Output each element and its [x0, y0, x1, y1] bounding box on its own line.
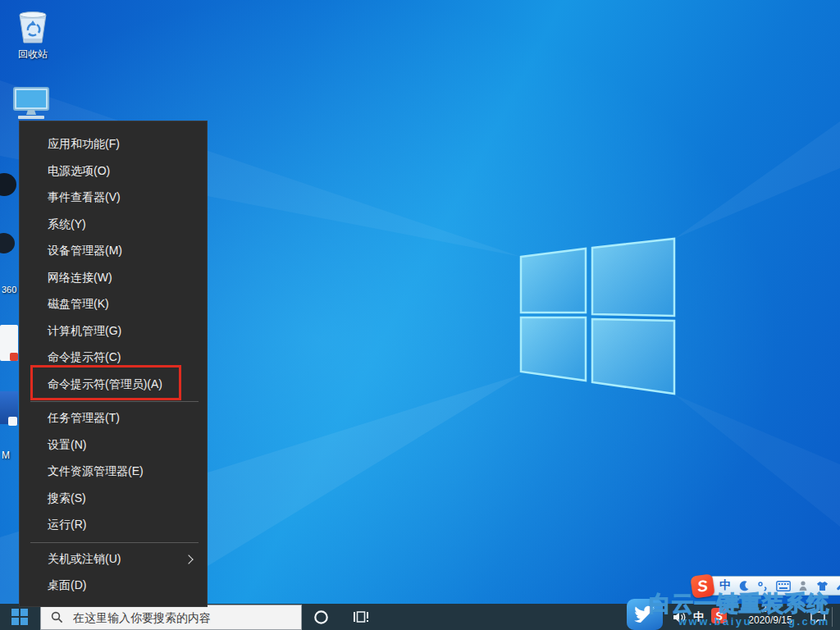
menu-item-command-prompt[interactable]: 命令提示符(C)	[20, 345, 207, 372]
partial-icon-badge	[10, 353, 18, 361]
task-view-icon	[353, 610, 369, 623]
sogou-tray-icon[interactable]: S	[711, 608, 727, 623]
partial-icon-badge	[8, 417, 17, 426]
volume-button[interactable]	[669, 604, 689, 630]
person-icon[interactable]	[798, 580, 809, 591]
recycle-bin-label: 回收站	[18, 48, 48, 62]
menu-separator	[30, 401, 199, 402]
taskbar-search-box[interactable]	[40, 605, 302, 630]
menu-item-run[interactable]: 运行(R)	[20, 512, 207, 539]
sogou-logo-icon[interactable]: S	[690, 573, 714, 598]
menu-item-label: 任务管理器(T)	[48, 411, 120, 426]
menu-item-file-explorer[interactable]: 文件资源管理器(E)	[20, 459, 207, 486]
wrench-icon[interactable]	[836, 580, 840, 591]
menu-item-settings[interactable]: 设置(N)	[20, 432, 207, 459]
menu-item-computer-management[interactable]: 计算机管理(G)	[20, 318, 207, 345]
menu-item-label: 命令提示符(C)	[48, 350, 121, 365]
menu-item-label: 计算机管理(G)	[48, 324, 121, 339]
menu-item-label: 文件资源管理器(E)	[48, 464, 144, 479]
monitor-glyph	[11, 85, 51, 121]
submenu-chevron-icon	[184, 555, 193, 564]
cortana-icon	[313, 609, 329, 625]
menu-item-power-options[interactable]: 电源选项(O)	[20, 158, 207, 185]
menu-item-search[interactable]: 搜索(S)	[20, 486, 207, 513]
punctuation-icon[interactable]	[757, 581, 769, 591]
moon-icon[interactable]	[738, 580, 750, 591]
search-input[interactable]	[71, 610, 276, 625]
menu-item-label: 运行(R)	[48, 518, 86, 532]
shirt-icon[interactable]	[816, 581, 829, 591]
menu-item-disk-management[interactable]: 磁盘管理(K)	[20, 291, 207, 318]
this-pc-icon[interactable]	[11, 85, 51, 121]
recycle-bin-glyph	[16, 8, 50, 46]
search-icon	[51, 611, 63, 623]
menu-item-label: 设置(N)	[48, 438, 86, 453]
menu-item-command-prompt-admin[interactable]: 命令提示符(管理员)(A)	[20, 372, 207, 399]
taskbar-clock-date[interactable]: 2020/9/15	[734, 614, 806, 626]
partial-icon-label-m: M	[2, 450, 10, 461]
menu-item-label: 搜索(S)	[48, 491, 86, 506]
action-center-button[interactable]	[807, 604, 829, 630]
menu-item-event-viewer[interactable]: 事件查看器(V)	[20, 185, 207, 212]
desktop: 回收站 360 M 应用和功能(F) 电源选项(O) 事件查看器(V) 系统(Y…	[0, 0, 840, 630]
menu-item-label: 磁盘管理(K)	[48, 297, 109, 312]
taskbar: 中 S 2 2020/9/15	[0, 604, 840, 630]
sogou-ime-toolbar: S 中	[692, 574, 840, 597]
start-button[interactable]	[0, 604, 39, 630]
cortana-button[interactable]	[310, 604, 331, 630]
keyboard-icon[interactable]	[776, 581, 791, 591]
ime-toolbar-bar: 中	[710, 576, 840, 596]
menu-item-task-manager[interactable]: 任务管理器(T)	[20, 405, 207, 432]
menu-separator	[30, 542, 199, 543]
recycle-bin-icon[interactable]: 回收站	[7, 8, 59, 62]
bird-icon	[633, 605, 656, 624]
menu-item-device-manager[interactable]: 设备管理器(M)	[20, 238, 207, 265]
menu-item-shutdown-signout[interactable]: 关机或注销(U)	[20, 546, 207, 573]
menu-item-desktop[interactable]: 桌面(D)	[20, 573, 207, 600]
menu-item-label: 命令提示符(管理员)(A)	[48, 377, 162, 392]
menu-item-system[interactable]: 系统(Y)	[20, 212, 207, 239]
menu-item-label: 电源选项(O)	[48, 164, 110, 179]
menu-item-label: 网络连接(W)	[48, 271, 112, 285]
clock-time-fragment: 2	[761, 603, 767, 614]
speaker-icon	[673, 611, 687, 623]
partial-icon-label-360: 360	[2, 285, 16, 294]
menu-item-network-connections[interactable]: 网络连接(W)	[20, 265, 207, 292]
menu-item-apps-features[interactable]: 应用和功能(F)	[20, 131, 207, 158]
show-desktop-button[interactable]	[832, 607, 833, 627]
task-view-button[interactable]	[349, 604, 372, 630]
language-indicator[interactable]: 中	[693, 609, 704, 624]
menu-item-label: 桌面(D)	[48, 578, 86, 593]
windows-start-icon	[11, 609, 28, 625]
menu-item-label: 设备管理器(M)	[48, 244, 122, 258]
ime-mode-indicator[interactable]: 中	[719, 578, 731, 593]
menu-item-label: 应用和功能(F)	[48, 137, 120, 152]
menu-item-label: 系统(Y)	[48, 217, 86, 232]
menu-item-label: 事件查看器(V)	[48, 190, 121, 205]
action-center-icon	[810, 610, 826, 624]
twitter-app-button[interactable]	[627, 599, 663, 630]
menu-item-label: 关机或注销(U)	[48, 552, 121, 567]
winx-context-menu: 应用和功能(F) 电源选项(O) 事件查看器(V) 系统(Y) 设备管理器(M)…	[19, 121, 208, 607]
